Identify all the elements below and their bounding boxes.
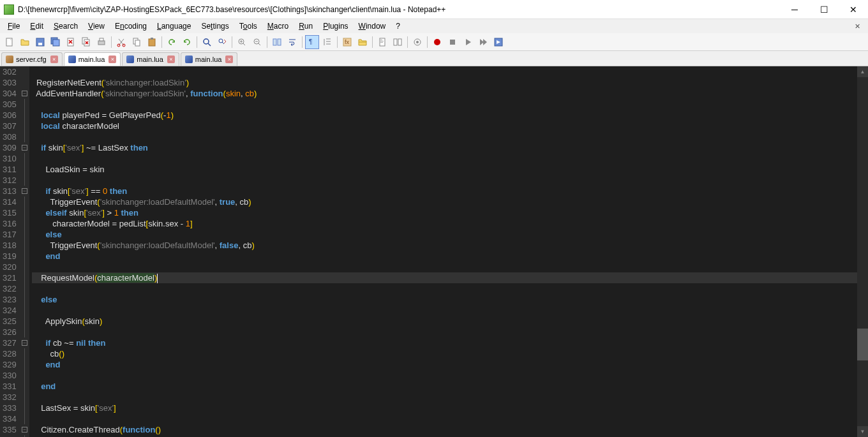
menu-settings[interactable]: Settings <box>196 20 234 32</box>
undo-icon[interactable] <box>165 35 179 49</box>
scroll-up-button[interactable]: ▲ <box>857 66 868 77</box>
fold-toggle[interactable]: − <box>22 145 27 151</box>
open-file-icon[interactable] <box>18 35 32 49</box>
code-line[interactable]: characterModel = pedList[skin.sex - 1] <box>32 218 857 229</box>
fold-toggle[interactable]: − <box>22 340 27 346</box>
code-line[interactable] <box>32 370 857 381</box>
save-macro-icon[interactable] <box>491 35 505 49</box>
scroll-thumb[interactable] <box>857 329 868 360</box>
code-line[interactable] <box>32 153 857 164</box>
code-line[interactable]: else <box>32 229 857 240</box>
fold-toggle[interactable]: − <box>22 427 27 433</box>
code-line[interactable] <box>32 262 857 272</box>
menu-window[interactable]: Window <box>354 20 391 32</box>
code-line[interactable]: if skin['sex'] ~= LastSex then <box>32 142 857 153</box>
menu-view[interactable]: View <box>83 20 110 32</box>
stop-icon[interactable] <box>445 35 460 49</box>
code-line[interactable]: TriggerEvent('skinchanger:loadDefaultMod… <box>32 240 857 251</box>
menu-help[interactable]: ? <box>391 20 405 32</box>
code-line[interactable] <box>32 175 857 186</box>
code-line[interactable]: AddEventHandler('skinchanger:loadSkin', … <box>32 88 857 99</box>
tab-close-icon[interactable]: × <box>50 56 58 63</box>
record-icon[interactable] <box>430 35 444 49</box>
code-line[interactable] <box>32 327 857 337</box>
code-line[interactable]: end <box>32 381 857 392</box>
fold-toggle[interactable]: − <box>22 91 27 96</box>
cut-icon[interactable] <box>114 35 128 49</box>
code-line[interactable]: ApplySkin(skin) <box>32 316 857 327</box>
scroll-track[interactable] <box>857 77 868 426</box>
wrap-icon[interactable] <box>285 35 299 49</box>
tab-main-lua-1[interactable]: main.lua × <box>64 52 121 66</box>
zoom-out-icon[interactable] <box>250 35 264 49</box>
find-icon[interactable] <box>200 35 214 49</box>
minimize-button[interactable]: ─ <box>780 0 809 19</box>
menu-edit[interactable]: Edit <box>25 20 49 32</box>
menubar-close-icon[interactable]: ✕ <box>851 21 864 32</box>
replace-icon[interactable] <box>215 35 229 49</box>
new-file-icon[interactable] <box>3 35 17 49</box>
zoom-in-icon[interactable] <box>235 35 249 49</box>
tab-close-icon[interactable]: × <box>108 56 116 63</box>
code-line[interactable]: if skin['sex'] == 0 then <box>32 186 857 196</box>
fold-toggle[interactable]: − <box>22 188 27 194</box>
code-line[interactable]: cb() <box>32 348 857 359</box>
play-icon[interactable] <box>461 35 475 49</box>
menu-search[interactable]: Search <box>49 20 83 32</box>
paste-icon[interactable] <box>145 35 159 49</box>
func-list-icon[interactable]: fx <box>340 35 354 49</box>
scroll-down-button[interactable]: ▼ <box>857 426 868 437</box>
code-line[interactable]: if cb ~= nil then <box>32 337 857 348</box>
fold-gutter[interactable]: −−−−− <box>20 66 29 437</box>
code-line[interactable]: local characterModel <box>32 121 857 131</box>
show-chars-icon[interactable]: ¶ <box>305 35 319 49</box>
code-line[interactable] <box>32 413 857 424</box>
code-line[interactable]: RequestModel(characterModel) <box>32 272 857 283</box>
menu-run[interactable]: Run <box>294 20 318 32</box>
close-file-icon[interactable] <box>64 35 78 49</box>
doc-map-icon[interactable] <box>375 35 389 49</box>
save-all-icon[interactable] <box>49 35 63 49</box>
code-line[interactable] <box>32 305 857 316</box>
copy-icon[interactable] <box>130 35 144 49</box>
save-icon[interactable] <box>33 35 47 49</box>
menu-encoding[interactable]: Encoding <box>110 20 152 32</box>
line-number-gutter[interactable]: 3023033043053063073083093103113123133143… <box>0 66 20 437</box>
menu-plugins[interactable]: Plugins <box>318 20 353 32</box>
close-button[interactable]: ✕ <box>839 0 868 19</box>
folder-tree-icon[interactable] <box>355 35 370 49</box>
code-line[interactable]: RegisterNetEvent('skinchanger:loadSkin') <box>32 77 857 88</box>
play-multi-icon[interactable] <box>476 35 490 49</box>
tab-main-lua-2[interactable]: main.lua × <box>122 52 179 66</box>
menu-tools[interactable]: Tools <box>234 20 262 32</box>
tab-close-icon[interactable]: × <box>167 56 175 63</box>
tab-close-icon[interactable]: × <box>225 56 233 63</box>
menu-language[interactable]: Language <box>152 20 196 32</box>
code-line[interactable] <box>32 99 857 110</box>
menu-file[interactable]: File <box>3 20 25 32</box>
redo-icon[interactable] <box>180 35 194 49</box>
code-line[interactable] <box>32 392 857 403</box>
tab-main-lua-3[interactable]: main.lua × <box>181 52 238 66</box>
code-area[interactable]: RegisterNetEvent('skinchanger:loadSkin')… <box>29 66 857 437</box>
close-all-icon[interactable] <box>79 35 93 49</box>
code-line[interactable]: local playerPed = GetPlayerPed(-1) <box>32 110 857 121</box>
code-line[interactable]: TriggerEvent('skinchanger:loadDefaultMod… <box>32 196 857 207</box>
code-line[interactable]: LastSex = skin['sex'] <box>32 403 857 413</box>
code-line[interactable]: LoadSkin = skin <box>32 164 857 175</box>
code-line[interactable]: Citizen.CreateThread(function() <box>32 424 857 435</box>
print-icon[interactable] <box>94 35 108 49</box>
monitor-icon[interactable] <box>410 35 424 49</box>
code-line[interactable]: end <box>32 359 857 370</box>
menu-macro[interactable]: Macro <box>262 20 294 32</box>
code-line[interactable] <box>32 66 857 77</box>
code-line[interactable] <box>32 283 857 294</box>
code-line[interactable]: else <box>32 294 857 305</box>
vertical-scrollbar[interactable]: ▲ ▼ <box>857 66 868 437</box>
tab-server-cfg[interactable]: server.cfg × <box>1 52 63 66</box>
doc-switch-icon[interactable] <box>391 35 405 49</box>
indent-guide-icon[interactable] <box>320 35 334 49</box>
maximize-button[interactable]: ☐ <box>809 0 839 19</box>
code-line[interactable] <box>32 131 857 142</box>
code-line[interactable]: end <box>32 251 857 262</box>
